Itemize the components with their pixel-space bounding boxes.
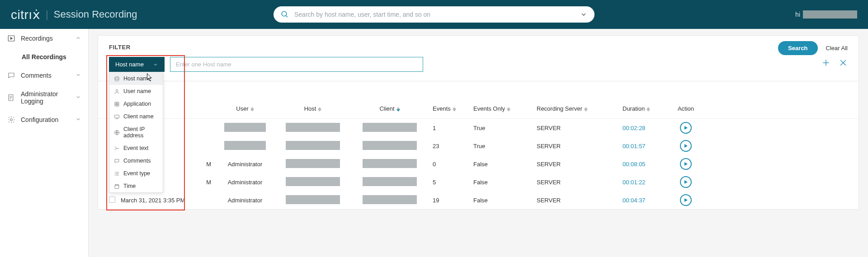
- cell-duration[interactable]: 00:02:28: [623, 125, 672, 131]
- sort-icon[interactable]: [318, 107, 321, 112]
- chevron-down-icon[interactable]: [580, 11, 587, 18]
- list-icon: [114, 171, 120, 177]
- svg-rect-28: [115, 184, 119, 188]
- brand-logo: citrıẋ: [11, 7, 40, 22]
- svg-rect-16: [117, 102, 119, 104]
- sort-icon[interactable]: [584, 107, 588, 112]
- host-redacted: [286, 195, 340, 204]
- play-button[interactable]: [680, 122, 692, 134]
- cell-rec-server: SERVER: [537, 197, 623, 204]
- comment-icon: [7, 71, 15, 79]
- play-button[interactable]: [680, 194, 692, 206]
- cell-user: Administrator: [216, 161, 274, 168]
- sidebar-item-admin-logging[interactable]: Administrator Logging: [0, 85, 88, 110]
- app-header: citrıẋ | Session Recording hi: [0, 0, 868, 29]
- col-events-only[interactable]: Events Only: [473, 105, 505, 112]
- table-row[interactable]: M Administrator 5 False SERVER 00:01:22: [98, 173, 859, 191]
- svg-point-8: [10, 119, 13, 121]
- col-events[interactable]: Events: [433, 105, 451, 112]
- host-redacted: [286, 177, 340, 186]
- sidebar-label: Administrator Logging: [21, 90, 70, 105]
- col-client[interactable]: Client: [379, 105, 394, 112]
- filter-option-application[interactable]: Application: [109, 98, 163, 110]
- cell-duration[interactable]: 00:04:37: [623, 197, 672, 204]
- col-host[interactable]: Host: [304, 105, 316, 112]
- svg-marker-49: [684, 180, 688, 184]
- svg-marker-47: [684, 144, 688, 148]
- option-label: Comments: [123, 158, 151, 164]
- play-button[interactable]: [680, 176, 692, 188]
- search-input[interactable]: [294, 11, 575, 18]
- play-icon: [684, 126, 688, 130]
- filter-selected-label: Host name: [115, 61, 144, 68]
- sort-icon[interactable]: [507, 107, 510, 112]
- col-rec-server[interactable]: Recording Server: [537, 105, 582, 112]
- row-checkbox[interactable]: [109, 196, 115, 203]
- filter-option-client-name[interactable]: Client name: [109, 110, 163, 123]
- user-redacted: [224, 123, 266, 132]
- filter-option-event-text[interactable]: Event text: [109, 142, 163, 154]
- cell-duration[interactable]: 00:01:22: [623, 179, 672, 186]
- brand-divider: |: [46, 9, 48, 20]
- filter-dropdown-button[interactable]: Host name: [109, 57, 165, 72]
- filter-option-time[interactable]: Time: [109, 180, 163, 192]
- option-label: Time: [123, 183, 136, 189]
- sidebar-item-all-recordings[interactable]: All Recordings: [0, 48, 88, 66]
- filter-value-input[interactable]: [170, 57, 423, 72]
- play-button[interactable]: [680, 140, 692, 152]
- cell-events: 23: [428, 143, 473, 150]
- search-box[interactable]: [274, 6, 594, 23]
- chevron-down-icon: [75, 72, 81, 79]
- sidebar: Recordings All Recordings Comments Admin…: [0, 29, 89, 257]
- filter-option-host-name[interactable]: Host name: [109, 72, 163, 85]
- search-button[interactable]: Search: [778, 41, 817, 55]
- chevron-down-icon: [153, 62, 158, 67]
- close-filter-icon[interactable]: [839, 58, 848, 67]
- user-greeting: hi: [795, 10, 857, 19]
- table-row[interactable]: 1 True SERVER 00:02:28: [98, 119, 859, 137]
- add-filter-icon[interactable]: [821, 58, 830, 67]
- filter-option-client-ip[interactable]: Client IP address: [109, 123, 163, 142]
- cell-duration[interactable]: 00:01:57: [623, 143, 672, 150]
- sidebar-item-comments[interactable]: Comments: [0, 66, 88, 85]
- sort-icon[interactable]: [646, 107, 650, 112]
- svg-rect-18: [117, 104, 119, 106]
- sidebar-label: Configuration: [21, 116, 58, 123]
- filter-title: FILTER: [109, 44, 848, 51]
- clear-all-button[interactable]: Clear All: [826, 45, 848, 51]
- cell-rec-server: SERVER: [537, 125, 623, 131]
- table-row[interactable]: March 31, 2021 3:35 PM Administrator 19 …: [98, 191, 859, 209]
- col-user[interactable]: User: [236, 105, 248, 112]
- content-area: Search Clear All FILTER Host name: [89, 29, 868, 257]
- cell-duration[interactable]: 00:08:05: [623, 161, 672, 168]
- sidebar-label: Recordings: [21, 35, 53, 42]
- sort-icon[interactable]: [396, 107, 400, 112]
- table-row[interactable]: M Administrator 0 False SERVER 00:08:05: [98, 155, 859, 173]
- product-name: Session Recording: [54, 9, 137, 20]
- play-button[interactable]: [680, 158, 692, 170]
- svg-marker-50: [684, 198, 688, 202]
- table-row[interactable]: 23 True SERVER 00:01:57: [98, 137, 859, 155]
- cell-events: 1: [428, 125, 473, 131]
- table-header-row: User Host Client Events Events Only Reco…: [98, 99, 859, 119]
- option-label: Host name: [123, 75, 151, 82]
- svg-rect-17: [115, 104, 117, 106]
- option-label: Client name: [123, 113, 154, 120]
- filter-option-comments[interactable]: Comments: [109, 154, 163, 167]
- client-redacted: [363, 123, 417, 132]
- greeting-text: hi: [795, 11, 800, 18]
- filter-type-dropdown[interactable]: Host name Host name User name: [109, 57, 165, 72]
- col-duration[interactable]: Duration: [623, 105, 645, 112]
- user-icon: [114, 89, 120, 94]
- chevron-down-icon: [75, 116, 81, 123]
- comment-icon: [114, 158, 120, 164]
- sort-icon[interactable]: [453, 107, 456, 112]
- filter-option-event-type[interactable]: Event type: [109, 167, 163, 180]
- filter-option-user-name[interactable]: User name: [109, 85, 163, 98]
- play-icon: [684, 162, 688, 166]
- sidebar-item-recordings[interactable]: Recordings: [0, 29, 88, 48]
- chevron-down-icon: [75, 94, 81, 101]
- sidebar-item-configuration[interactable]: Configuration: [0, 110, 88, 129]
- sort-icon[interactable]: [250, 107, 254, 112]
- user-redacted: [224, 141, 266, 150]
